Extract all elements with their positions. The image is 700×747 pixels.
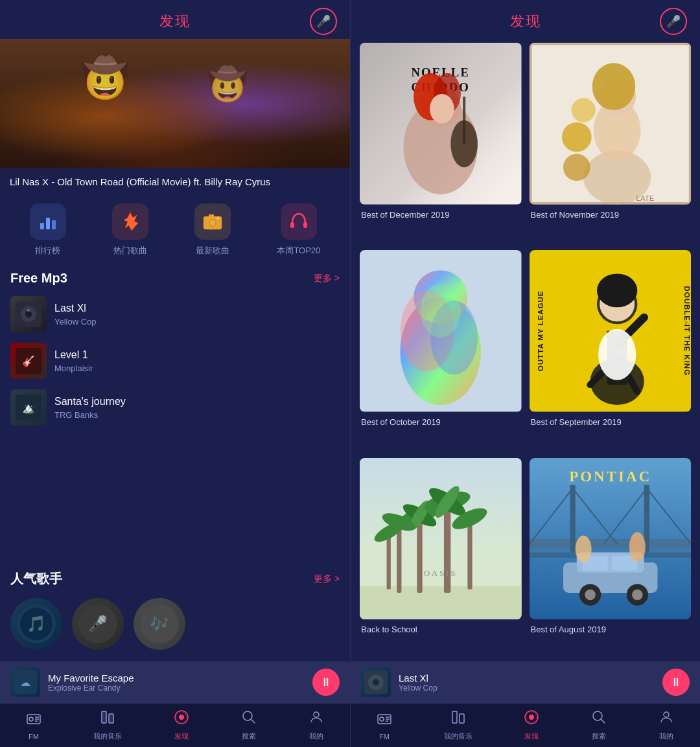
right-np-artist: Yellow Cop (399, 684, 655, 693)
artists-title: 人气歌手 (10, 570, 62, 588)
right-nav-discover[interactable]: 发现 (524, 709, 539, 741)
album-cell-sep2019[interactable]: OUTTA MY LEAGUE DOUBLE-IT THE KING (526, 246, 695, 454)
right-nav-fm[interactable]: FM (377, 711, 392, 741)
left-nav-mymusic[interactable]: 我的音乐 (93, 709, 122, 741)
svg-rect-35 (109, 714, 113, 723)
left-nav-profile[interactable]: 我的 (309, 709, 324, 741)
album-cell-dec2019[interactable]: NOELLE CHIODO Best of December 2019 (356, 39, 526, 246)
right-pause-icon: ⏸ (670, 676, 682, 689)
right-profile-icon (659, 709, 674, 729)
top20-icon-wrap (281, 203, 317, 240)
album-cell-aug2019[interactable]: PONTIAC Best of August 2019 (526, 454, 695, 661)
left-np-title: My Favorite Escape (48, 672, 305, 684)
svg-text:🏔️: 🏔️ (22, 402, 35, 414)
chart-icon (38, 211, 58, 232)
artist-avatar-2: 🎤 (72, 598, 124, 650)
album-title-sep2019: Best of September 2019 (530, 417, 692, 427)
svg-line-133 (601, 719, 605, 723)
track-item-3[interactable]: 🏔️ Santa's journey TRG Banks (0, 384, 350, 431)
svg-rect-85 (444, 505, 450, 592)
track-item-1[interactable]: Last Xl Yellow Cop (0, 291, 350, 338)
svg-point-13 (27, 309, 30, 312)
right-nav-mymusic-label: 我的音乐 (444, 731, 472, 741)
album-cell-bts[interactable]: OASIS Back to School (356, 454, 526, 661)
svg-point-130 (529, 715, 534, 720)
artist-item-2[interactable]: 🎤 (72, 598, 124, 650)
album-cell-nov2019[interactable]: LATE Best of November 2019 (526, 39, 695, 246)
left-nav-discover-label: 发现 (174, 731, 189, 741)
hot-icon-wrap (112, 203, 148, 240)
category-hot-label: 热门歌曲 (113, 245, 147, 257)
svg-text:🎶: 🎶 (150, 614, 169, 633)
svg-line-40 (251, 719, 255, 723)
category-chart-label: 排行榜 (35, 245, 60, 257)
artist-avatar-1: 🎵 (10, 598, 62, 650)
artists-more[interactable]: 更多 > (314, 573, 340, 585)
left-mic-icon: 🎤 (316, 14, 331, 29)
hot-icon (120, 211, 141, 232)
left-nav-profile-label: 我的 (309, 731, 323, 741)
right-nav-search[interactable]: 搜索 (591, 709, 607, 741)
left-mic-button[interactable]: 🎤 (310, 8, 337, 35)
left-now-playing: ☁ My Favorite Escape Explosive Ear Candy… (0, 661, 350, 703)
svg-rect-127 (452, 711, 457, 723)
free-mp3-header: Free Mp3 更多 > (0, 263, 350, 291)
svg-rect-6 (209, 214, 214, 217)
track-item-2[interactable]: 🎸 Level 1 Monplaisir (0, 338, 350, 384)
svg-point-121 (373, 679, 379, 685)
album-cell-oct2019[interactable]: Best of October 2019 (356, 246, 526, 454)
left-nav-search[interactable]: 搜索 (241, 709, 257, 741)
svg-point-41 (314, 712, 319, 717)
svg-point-117 (629, 532, 645, 562)
right-discover-icon (524, 709, 539, 729)
camera-icon (202, 211, 223, 232)
svg-point-134 (664, 712, 669, 717)
track-name-1: Last Xl (54, 303, 340, 314)
category-row: 排行榜 热门歌曲 最新歌曲 (0, 194, 350, 263)
svg-text:PONTIAC: PONTIAC (569, 468, 651, 485)
svg-text:☁: ☁ (20, 677, 30, 688)
track-list: Last Xl Yellow Cop 🎸 Level 1 Monplaisir … (0, 291, 350, 562)
track-info-1: Last Xl Yellow Cop (54, 303, 340, 327)
svg-rect-0 (40, 223, 44, 229)
left-nav-fm[interactable]: FM (26, 711, 41, 741)
left-title: 发现 (159, 12, 191, 31)
category-chart[interactable]: 排行榜 (30, 203, 66, 257)
svg-text:🎸: 🎸 (22, 355, 35, 367)
right-header: 发现 🎤 (351, 0, 700, 39)
artist-item-3[interactable]: 🎶 (134, 598, 185, 650)
right-nav-mymusic[interactable]: 我的音乐 (444, 709, 472, 741)
left-nav-fm-label: FM (29, 733, 39, 741)
left-profile-icon (309, 709, 324, 729)
left-nav-discover[interactable]: 发现 (174, 709, 189, 741)
album-cover-oct2019 (360, 250, 522, 412)
svg-point-60 (571, 98, 595, 122)
svg-point-68 (421, 284, 461, 338)
left-bottom-nav: FM 我的音乐 发现 搜索 我的 (0, 703, 350, 747)
left-play-button[interactable]: ⏸ (312, 669, 340, 696)
track-artist-2: Monplaisir (54, 363, 340, 373)
album-title-aug2019: Best of August 2019 (530, 625, 692, 634)
left-search-icon (241, 709, 257, 729)
category-top20[interactable]: 本周TOP20 (277, 203, 320, 257)
svg-text:OUTTA MY LEAGUE: OUTTA MY LEAGUE (536, 291, 544, 372)
artist-item-1[interactable]: 🎵 (10, 598, 62, 650)
category-new[interactable]: 最新歌曲 (194, 203, 231, 257)
svg-rect-52 (463, 97, 465, 144)
svg-point-37 (179, 715, 184, 720)
track-thumb-2: 🎸 (10, 343, 47, 379)
svg-rect-8 (290, 222, 294, 228)
right-nav-profile-label: 我的 (659, 731, 673, 741)
album-cover-aug2019: PONTIAC (530, 458, 692, 620)
free-mp3-more[interactable]: 更多 > (314, 273, 340, 284)
right-nav-profile[interactable]: 我的 (659, 709, 674, 741)
category-hot[interactable]: 热门歌曲 (112, 203, 148, 257)
right-mic-button[interactable]: 🎤 (660, 8, 687, 35)
svg-point-113 (585, 589, 596, 600)
artists-header: 人气歌手 更多 > (0, 562, 350, 593)
svg-rect-84 (417, 518, 422, 592)
right-play-button[interactable]: ⏸ (662, 669, 690, 696)
right-mymusic-icon (450, 709, 466, 729)
video-thumbnail[interactable] (0, 39, 350, 168)
chart-icon-wrap (30, 203, 66, 240)
